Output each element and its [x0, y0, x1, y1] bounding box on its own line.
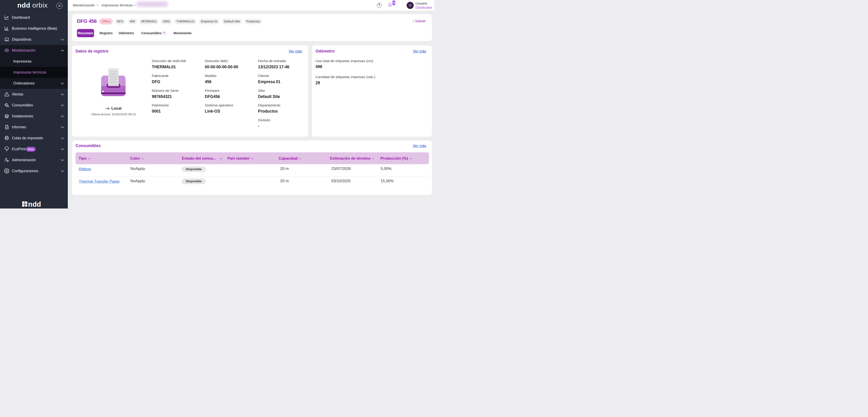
svg-text:ndd: ndd — [28, 201, 41, 208]
